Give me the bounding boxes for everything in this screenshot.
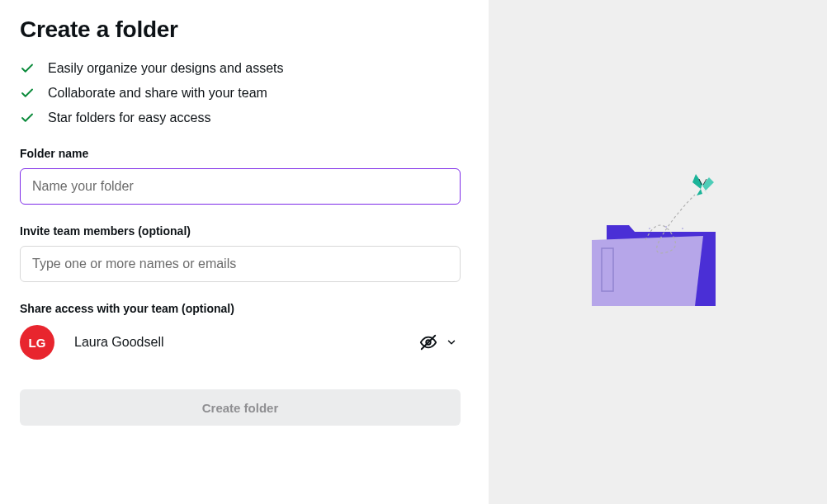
- benefit-item: Collaborate and share with your team: [20, 86, 469, 101]
- chevron-down-icon: [446, 337, 457, 348]
- benefit-item: Easily organize your designs and assets: [20, 61, 469, 76]
- benefit-item: Star folders for easy access: [20, 111, 469, 125]
- benefits-list: Easily organize your designs and assets …: [20, 61, 469, 125]
- svg-point-5: [649, 228, 650, 229]
- illustration-panel: [489, 0, 827, 504]
- svg-point-7: [682, 228, 683, 229]
- check-icon: [20, 111, 35, 125]
- folder-name-field-group: Folder name: [20, 147, 469, 205]
- share-access-section: Share access with your team (optional) L…: [20, 302, 469, 360]
- folder-name-label: Folder name: [20, 147, 469, 160]
- folder-name-input[interactable]: [20, 168, 461, 205]
- invite-members-label: Invite team members (optional): [20, 224, 469, 238]
- eye-off-icon: [419, 333, 437, 351]
- access-level-dropdown[interactable]: [416, 330, 461, 355]
- invite-members-field-group: Invite team members (optional): [20, 224, 469, 282]
- create-folder-button[interactable]: Create folder: [20, 389, 461, 426]
- folder-illustration: [567, 158, 749, 323]
- form-panel: Create a folder Easily organize your des…: [0, 0, 489, 504]
- share-team-row: LG Laura Goodsell: [20, 325, 461, 360]
- check-icon: [20, 86, 35, 101]
- svg-point-6: [665, 226, 667, 228]
- avatar: LG: [20, 325, 54, 360]
- benefit-text: Star folders for easy access: [48, 111, 210, 125]
- team-name: Laura Goodsell: [74, 335, 406, 350]
- check-icon: [20, 61, 35, 76]
- invite-members-input[interactable]: [20, 246, 461, 282]
- benefit-text: Easily organize your designs and assets: [48, 61, 284, 76]
- benefit-text: Collaborate and share with your team: [48, 86, 267, 101]
- page-title: Create a folder: [20, 16, 469, 43]
- share-access-label: Share access with your team (optional): [20, 302, 469, 315]
